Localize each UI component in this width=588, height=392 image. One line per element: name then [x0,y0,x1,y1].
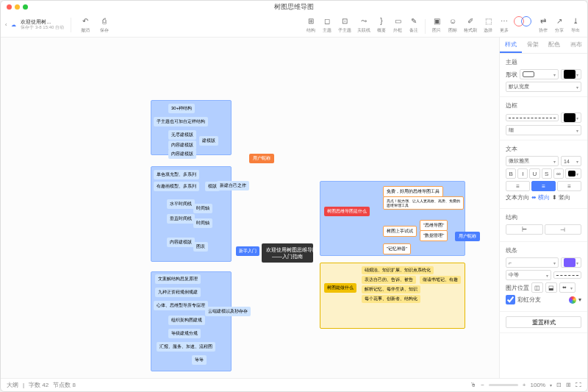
build-node[interactable]: 新建自己之作 [217,181,249,190]
zoom-out-button[interactable]: − [481,382,484,388]
node[interactable]: 内容建模版 [168,149,196,159]
root-node[interactable]: 欢迎使用树图思维导图——入门指南 [262,243,313,263]
node[interactable]: 时间轴 [193,204,212,213]
tab-skeleton[interactable]: 骨架 [522,38,544,53]
undo-button[interactable]: ↶撤消 [78,16,93,34]
node[interactable]: 等等 [192,355,207,365]
border-width-select[interactable]: 细▾ [506,125,581,135]
window-controls[interactable] [7,4,28,10]
node[interactable]: 云端建模以及秒存存 [205,307,251,316]
align-right-button[interactable]: ≡ [557,181,581,191]
node[interactable]: 子主题也可加自定样结构 [154,117,208,126]
icon-button[interactable]: ☺图标 [445,16,460,34]
summary-button[interactable]: }概要 [374,16,389,34]
starter-node[interactable]: 新手入门 [236,246,259,256]
save-button[interactable]: ⎙保存 [97,16,112,34]
node[interactable]: 汇报、服务、加速、流程图 [157,342,215,352]
rainbow-checkbox[interactable] [506,295,515,304]
node[interactable]: 组织架构图建规 [168,316,205,325]
node[interactable]: 文案解结构思复原理 [155,274,201,284]
image-button[interactable]: ▣图片 [429,16,444,34]
border-style-select[interactable] [506,114,559,121]
item[interactable]: 硝烟法、知识扩展、知识点系统化 [362,266,434,274]
italic-button[interactable]: I [517,168,528,179]
maximize-icon[interactable] [23,4,28,10]
more-button[interactable]: ⋯更多 [497,16,512,34]
node[interactable]: 时间轴 [193,218,212,228]
fullscreen-button[interactable]: ⛶ [576,382,581,388]
struct-1-button[interactable]: ⊢ [506,224,543,235]
node[interactable]: 心体、思维型导所专应理 [154,301,208,310]
size-select[interactable]: 14▾ [561,156,581,166]
outline-button[interactable]: 大纲 [7,381,18,389]
tab-canvas[interactable]: 画布 [565,38,587,53]
tab-color[interactable]: 配色 [544,38,566,53]
item[interactable]: 解析记忆、每伴生诀、知识 [362,285,420,293]
export-button[interactable]: ⤓导出 [568,16,583,34]
fill-select[interactable]: ▾ [561,69,581,79]
can-do-node[interactable]: 树图能做什么 [324,283,356,293]
node[interactable]: 亮点！能力强、让人人更高效、高质、免费的思维管理工具 [383,196,464,210]
node[interactable]: "记忆神器" [383,243,411,254]
node[interactable]: 等级建规分规 [168,329,201,338]
node[interactable]: "思维导图" [420,220,448,231]
node[interactable]: 单色填充型、多系列 [154,170,199,179]
canvas[interactable]: 欢迎使用树图思维导图——入门指南 新手入门 30+种结构 子主题也可加自定样结构… [1,38,499,378]
text-color-select[interactable]: ▾ [565,168,581,179]
pos-1-button[interactable]: ◫ [531,282,543,293]
node[interactable]: 无尽建模版 [168,130,196,140]
item[interactable]: 每个花事、创新者、结构化 [362,295,420,303]
line-width-select[interactable]: 中等▾ [506,270,551,280]
user-tag-2[interactable]: 用户昵称 [455,232,480,241]
node[interactable]: 九种正资程规例规建 [155,288,201,297]
what-is-node[interactable]: 树图思维导图是什么 [324,207,370,216]
zoom-slider[interactable] [489,384,518,386]
line-color-select[interactable]: ▾ [561,257,581,268]
close-icon[interactable] [7,4,12,10]
align-center-button[interactable]: ≡ [531,181,556,191]
node[interactable]: 有趣画模型、多系列 [154,182,199,191]
node[interactable]: 内容建模版 [167,238,195,247]
node[interactable]: 水平时间线 [167,199,195,209]
strike-button[interactable]: S [542,168,552,179]
pos-2-button[interactable]: ⬓ [545,282,557,293]
zoom-value[interactable]: 100% [531,382,545,388]
align-left-button[interactable]: ≡ [506,181,530,191]
center-button[interactable]: ⊞ [566,382,571,388]
user-tag[interactable]: 用户昵称 [249,154,274,163]
collab-button[interactable]: ⇄协作 [536,16,551,34]
bold-button[interactable]: B [506,168,516,179]
minimize-icon[interactable] [15,4,20,10]
pos-select[interactable]: ⬌▾ [559,282,576,293]
structure-button[interactable]: ⊞结构 [304,16,318,34]
document-tab[interactable]: 欢迎使用树... 保存于 3-8 15:40 自动 [21,19,64,29]
node[interactable]: 垂直时间线 [167,214,195,224]
share-button[interactable]: ↗分享 [552,16,567,34]
try-node[interactable]: 树图上手试试 [383,226,417,237]
mouse-icon[interactable]: 🖱 [470,382,476,388]
item[interactable]: 表达自己的、告诉、被告 [362,276,416,284]
underline-button[interactable]: U [529,168,539,179]
shape-select[interactable]: ▾ [520,69,559,79]
theme-button[interactable]: ◻主题 [320,16,334,34]
width-select[interactable]: 默认宽度▾ [506,82,581,92]
chevron-left-icon[interactable]: ‹ [5,22,7,27]
line-dash-select[interactable] [553,271,581,279]
tab-style[interactable]: 样式 [500,38,522,53]
subtheme-button[interactable]: ⊡子主题 [336,16,354,34]
select-button[interactable]: ⬚选择 [481,16,495,34]
reset-button[interactable]: 重置样式 [506,316,581,328]
struct-2-button[interactable]: ⊣ [545,224,582,235]
node[interactable]: 图表 [193,242,208,252]
node[interactable]: 免费，好用的思维导图工具 [383,186,443,197]
relation-button[interactable]: ⤳关联线 [355,16,373,34]
zoom-in-button[interactable]: + [523,382,526,388]
line-style-select[interactable]: ⌐▾ [506,257,559,268]
item[interactable]: 做读书笔记、有趣 [420,276,461,284]
node[interactable]: 30+种结构 [168,104,195,113]
border-button[interactable]: ▭外框 [390,16,405,34]
node[interactable]: "数据管理" [420,230,448,241]
note-button[interactable]: ✎备注 [406,16,421,34]
fit-button[interactable]: ⊡ [556,382,562,388]
border-color-select[interactable]: ▾ [561,113,581,123]
